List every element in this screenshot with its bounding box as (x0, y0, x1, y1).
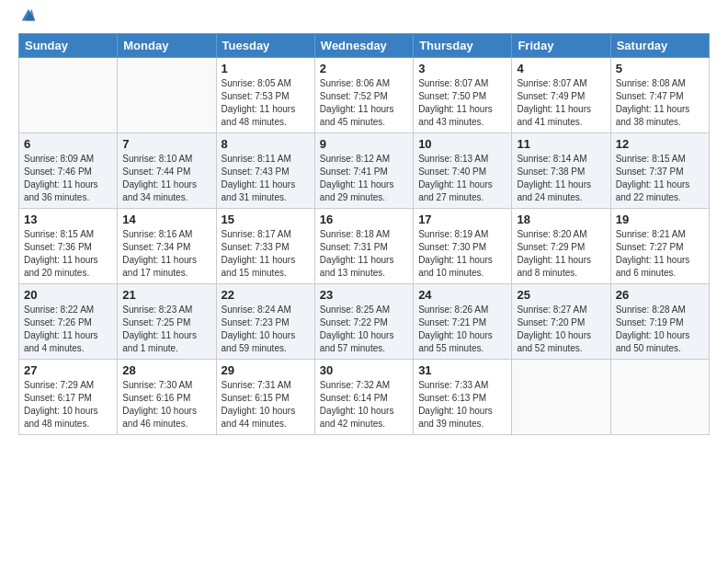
day-info: Sunrise: 8:18 AM Sunset: 7:31 PM Dayligh… (320, 228, 408, 280)
calendar-day-cell: 23Sunrise: 8:25 AM Sunset: 7:22 PM Dayli… (314, 284, 413, 360)
day-number: 10 (418, 137, 506, 151)
day-number: 3 (418, 62, 506, 75)
calendar-day-cell: 14Sunrise: 8:16 AM Sunset: 7:34 PM Dayli… (118, 209, 216, 284)
day-info: Sunrise: 8:21 AM Sunset: 7:27 PM Dayligh… (616, 228, 704, 280)
day-info: Sunrise: 7:30 AM Sunset: 6:16 PM Dayligh… (122, 379, 210, 431)
day-number: 6 (24, 137, 112, 151)
calendar-day-cell: 7Sunrise: 8:10 AM Sunset: 7:44 PM Daylig… (118, 133, 216, 209)
calendar-week-row: 27Sunrise: 7:29 AM Sunset: 6:17 PM Dayli… (19, 360, 710, 435)
calendar: SundayMondayTuesdayWednesdayThursdayFrid… (18, 33, 710, 435)
calendar-day-cell: 1Sunrise: 8:05 AM Sunset: 7:53 PM Daylig… (216, 58, 314, 133)
day-number: 25 (517, 288, 605, 302)
day-info: Sunrise: 8:19 AM Sunset: 7:30 PM Dayligh… (418, 228, 506, 280)
calendar-day-cell: 10Sunrise: 8:13 AM Sunset: 7:40 PM Dayli… (414, 133, 512, 209)
calendar-day-cell: 6Sunrise: 8:09 AM Sunset: 7:46 PM Daylig… (19, 133, 118, 209)
day-number: 7 (122, 137, 210, 151)
day-info: Sunrise: 8:12 AM Sunset: 7:41 PM Dayligh… (320, 153, 408, 204)
day-number: 2 (320, 62, 408, 75)
calendar-day-header: Tuesday (216, 34, 314, 58)
day-number: 27 (24, 363, 112, 377)
calendar-day-cell (19, 58, 118, 133)
day-number: 24 (418, 288, 506, 302)
calendar-day-header: Friday (512, 34, 610, 58)
calendar-day-header: Sunday (19, 34, 118, 58)
day-number: 28 (122, 363, 210, 377)
day-number: 26 (616, 288, 704, 302)
calendar-header-row: SundayMondayTuesdayWednesdayThursdayFrid… (19, 34, 710, 58)
day-info: Sunrise: 8:24 AM Sunset: 7:23 PM Dayligh… (222, 304, 310, 355)
calendar-day-header: Thursday (414, 34, 512, 58)
calendar-day-cell: 26Sunrise: 8:28 AM Sunset: 7:19 PM Dayli… (610, 284, 709, 360)
day-info: Sunrise: 8:13 AM Sunset: 7:40 PM Dayligh… (418, 153, 506, 204)
day-info: Sunrise: 8:17 AM Sunset: 7:33 PM Dayligh… (222, 228, 310, 280)
day-number: 22 (222, 288, 310, 302)
calendar-day-cell: 16Sunrise: 8:18 AM Sunset: 7:31 PM Dayli… (314, 209, 413, 284)
day-number: 20 (24, 288, 112, 302)
calendar-day-cell: 18Sunrise: 8:20 AM Sunset: 7:29 PM Dayli… (512, 209, 610, 284)
calendar-day-cell: 30Sunrise: 7:32 AM Sunset: 6:14 PM Dayli… (314, 360, 413, 435)
day-number: 30 (320, 363, 408, 377)
calendar-day-cell: 25Sunrise: 8:27 AM Sunset: 7:20 PM Dayli… (512, 284, 610, 360)
logo-icon (20, 7, 37, 24)
calendar-day-cell (118, 58, 216, 133)
day-info: Sunrise: 8:05 AM Sunset: 7:53 PM Dayligh… (222, 77, 310, 129)
calendar-day-cell (512, 360, 610, 435)
calendar-day-cell: 2Sunrise: 8:06 AM Sunset: 7:52 PM Daylig… (314, 58, 413, 133)
day-info: Sunrise: 8:22 AM Sunset: 7:26 PM Dayligh… (24, 304, 112, 355)
day-info: Sunrise: 8:07 AM Sunset: 7:50 PM Dayligh… (418, 77, 506, 129)
day-info: Sunrise: 8:26 AM Sunset: 7:21 PM Dayligh… (418, 304, 506, 355)
day-info: Sunrise: 8:07 AM Sunset: 7:49 PM Dayligh… (517, 77, 605, 129)
day-info: Sunrise: 8:11 AM Sunset: 7:43 PM Dayligh… (222, 153, 310, 204)
day-number: 19 (616, 213, 704, 226)
day-number: 5 (616, 62, 704, 75)
day-number: 4 (517, 62, 605, 75)
day-number: 18 (517, 213, 605, 226)
calendar-day-cell: 28Sunrise: 7:30 AM Sunset: 6:16 PM Dayli… (118, 360, 216, 435)
day-info: Sunrise: 8:23 AM Sunset: 7:25 PM Dayligh… (122, 304, 210, 355)
calendar-day-cell: 5Sunrise: 8:08 AM Sunset: 7:47 PM Daylig… (610, 58, 709, 133)
calendar-day-header: Monday (118, 34, 216, 58)
day-number: 11 (517, 137, 605, 151)
day-number: 1 (222, 62, 310, 75)
calendar-day-cell: 22Sunrise: 8:24 AM Sunset: 7:23 PM Dayli… (216, 284, 314, 360)
calendar-day-cell: 17Sunrise: 8:19 AM Sunset: 7:30 PM Dayli… (414, 209, 512, 284)
day-number: 12 (616, 137, 704, 151)
day-number: 14 (122, 213, 210, 226)
day-info: Sunrise: 8:28 AM Sunset: 7:19 PM Dayligh… (616, 304, 704, 355)
day-info: Sunrise: 8:16 AM Sunset: 7:34 PM Dayligh… (122, 228, 210, 280)
calendar-week-row: 6Sunrise: 8:09 AM Sunset: 7:46 PM Daylig… (19, 133, 710, 209)
calendar-day-cell: 29Sunrise: 7:31 AM Sunset: 6:15 PM Dayli… (216, 360, 314, 435)
day-number: 31 (418, 363, 506, 377)
day-info: Sunrise: 8:10 AM Sunset: 7:44 PM Dayligh… (122, 153, 210, 204)
day-info: Sunrise: 8:08 AM Sunset: 7:47 PM Dayligh… (616, 77, 704, 129)
calendar-day-header: Saturday (610, 34, 709, 58)
day-number: 21 (122, 288, 210, 302)
calendar-day-cell: 24Sunrise: 8:26 AM Sunset: 7:21 PM Dayli… (414, 284, 512, 360)
day-info: Sunrise: 8:15 AM Sunset: 7:36 PM Dayligh… (24, 228, 112, 280)
day-number: 29 (222, 363, 310, 377)
day-number: 23 (320, 288, 408, 302)
day-info: Sunrise: 8:15 AM Sunset: 7:37 PM Dayligh… (616, 153, 704, 204)
calendar-day-cell: 31Sunrise: 7:33 AM Sunset: 6:13 PM Dayli… (414, 360, 512, 435)
day-number: 8 (222, 137, 310, 151)
calendar-week-row: 20Sunrise: 8:22 AM Sunset: 7:26 PM Dayli… (19, 284, 710, 360)
day-info: Sunrise: 8:27 AM Sunset: 7:20 PM Dayligh… (517, 304, 605, 355)
day-info: Sunrise: 8:25 AM Sunset: 7:22 PM Dayligh… (320, 304, 408, 355)
calendar-day-cell: 3Sunrise: 8:07 AM Sunset: 7:50 PM Daylig… (414, 58, 512, 133)
calendar-week-row: 1Sunrise: 8:05 AM Sunset: 7:53 PM Daylig… (19, 58, 710, 133)
calendar-day-cell: 8Sunrise: 8:11 AM Sunset: 7:43 PM Daylig… (216, 133, 314, 209)
calendar-day-cell: 15Sunrise: 8:17 AM Sunset: 7:33 PM Dayli… (216, 209, 314, 284)
calendar-day-header: Wednesday (314, 34, 413, 58)
day-info: Sunrise: 7:32 AM Sunset: 6:14 PM Dayligh… (320, 379, 408, 431)
calendar-day-cell: 19Sunrise: 8:21 AM Sunset: 7:27 PM Dayli… (610, 209, 709, 284)
day-info: Sunrise: 7:31 AM Sunset: 6:15 PM Dayligh… (222, 379, 310, 431)
calendar-day-cell: 27Sunrise: 7:29 AM Sunset: 6:17 PM Dayli… (19, 360, 118, 435)
day-number: 17 (418, 213, 506, 226)
calendar-day-cell: 11Sunrise: 8:14 AM Sunset: 7:38 PM Dayli… (512, 133, 610, 209)
calendar-day-cell: 9Sunrise: 8:12 AM Sunset: 7:41 PM Daylig… (314, 133, 413, 209)
calendar-day-cell (610, 360, 709, 435)
calendar-day-cell: 20Sunrise: 8:22 AM Sunset: 7:26 PM Dayli… (19, 284, 118, 360)
header (18, 17, 710, 24)
day-info: Sunrise: 8:06 AM Sunset: 7:52 PM Dayligh… (320, 77, 408, 129)
day-info: Sunrise: 7:33 AM Sunset: 6:13 PM Dayligh… (418, 379, 506, 431)
